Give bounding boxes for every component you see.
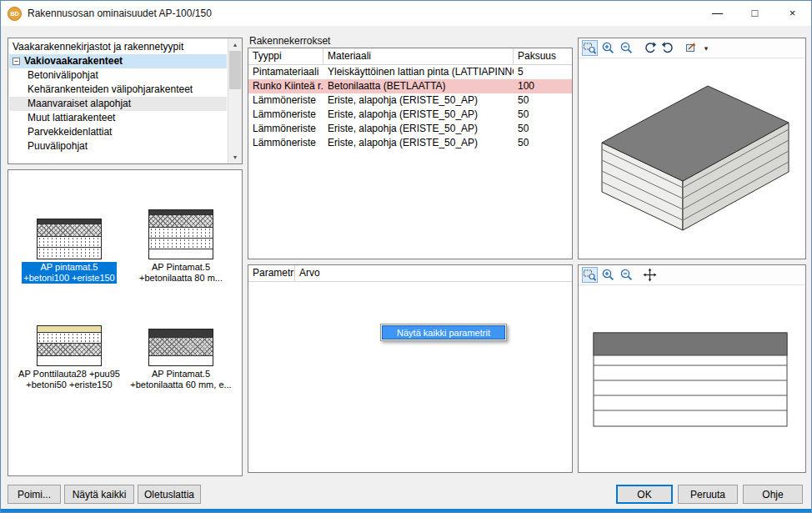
layer-thickness-cell: 50 (514, 136, 572, 150)
caption-line: +betoni100 +eriste150 (23, 273, 114, 284)
layer-material-cell: Betonilaatta (BETLAATTA) (323, 79, 514, 93)
window-controls: — □ × (699, 1, 811, 26)
caption-line: +betonilaatta 80 m... (139, 273, 223, 284)
thumbnail-caption: AP Ponttilauta28 +puu95 +betoni50 +erist… (17, 369, 122, 390)
parameters-table: Parametri Arvo Näytä kaikki parametrit (248, 264, 573, 473)
tree-item-keharankenteiden[interactable]: Kehärankenteiden välipohjarakenteet (9, 83, 227, 97)
layer-type-cell: Lämmöneriste (248, 136, 323, 150)
layer-row-highlighted[interactable]: Runko Kiinteä r... Betonilaatta (BETLAAT… (248, 79, 572, 93)
caption-line: AP Pintamat.5 (130, 369, 231, 380)
slab-section-drawing (579, 286, 805, 472)
view-options-icon[interactable] (684, 40, 699, 56)
layer-thickness-cell: 100 (514, 79, 572, 93)
thumbnail-caption: AP Pintamat.5 +betonilaatta 60 mm, e... (128, 369, 233, 390)
layer-row[interactable]: Lämmöneriste Eriste, alapohja (ERISTE_50… (248, 93, 572, 108)
preview-2d-panel (578, 264, 806, 473)
zoom-in-icon[interactable] (600, 40, 616, 56)
layer-row[interactable]: Lämmöneriste Eriste, alapohja (ERISTE_50… (248, 122, 572, 136)
column-header-arvo[interactable]: Arvo (295, 265, 572, 281)
thumbnail-caption: AP Pintamat.5 +betonilaatta 80 m... (138, 262, 224, 284)
preview-3d-canvas[interactable] (579, 59, 805, 259)
preview-3d-toolbar: ▾ (579, 38, 805, 58)
column-header-parametri[interactable]: Parametri (248, 265, 295, 281)
layer-material-cell: Yleiskäyttöinen lattian pinta (LATTIAPIN… (323, 65, 514, 79)
zoom-window-icon[interactable] (582, 267, 598, 283)
scroll-up-icon[interactable]: ▲ (228, 38, 242, 51)
zoom-window-icon[interactable] (582, 40, 598, 56)
scroll-down-icon[interactable]: ▼ (228, 151, 242, 163)
show-all-button[interactable]: Näytä kaikki (64, 485, 134, 504)
layer-type-cell: Runko Kiinteä r... (248, 79, 323, 93)
column-header-tyyppi[interactable]: Tyyppi (248, 48, 323, 64)
thumb-layer-insulation (149, 228, 213, 239)
layer-type-cell: Lämmöneriste (248, 108, 323, 122)
rotate-right-icon[interactable] (660, 40, 676, 56)
thumb-layer-void (149, 249, 213, 259)
zoom-out-icon[interactable] (619, 40, 634, 56)
tree-item-library-header[interactable]: Vaakarakennekirjastot ja rakennetyypit (9, 40, 227, 54)
zoom-out-icon[interactable] (619, 267, 634, 283)
pick-button[interactable]: Poimi... (8, 485, 61, 504)
ok-button[interactable]: OK (616, 485, 673, 504)
structure-thumbnail-ap-pintamat-betoni100[interactable]: AP pintamat.5 +betoni100 +eriste150 (13, 177, 125, 284)
caption-line: +betonilaatta 60 mm, e... (130, 380, 231, 390)
layer-type-cell: Pintamateriaali (248, 65, 323, 79)
thumb-layer-wood (38, 326, 101, 333)
layer-type-cell: Lämmöneriste (248, 93, 323, 108)
pan-icon[interactable] (642, 267, 658, 283)
tree-item-muut-lattiarakenteet[interactable]: Muut lattiarakenteet (9, 111, 227, 125)
structure-thumbnail-ap-pintamat-betonilaatta60[interactable]: AP Pintamat.5 +betonilaatta 60 mm, e... (125, 284, 237, 390)
column-header-materiaali[interactable]: Materiaali (323, 48, 514, 64)
layer-row[interactable]: Lämmöneriste Eriste, alapohja (ERISTE_50… (248, 136, 572, 150)
column-header-paksuus[interactable]: Paksuus (514, 48, 572, 64)
thumbnail-grid: AP pintamat.5 +betoni100 +eriste150 AP P… (8, 170, 242, 397)
caption-line: AP Ponttilauta28 +puu95 (18, 369, 120, 380)
structure-layers-table: Tyyppi Materiaali Paksuus Pintamateriaal… (248, 48, 573, 259)
layer-material-cell: Eriste, alapohja (ERISTE_50_AP) (323, 122, 514, 136)
structure-thumbnail-image (148, 329, 213, 366)
cancel-button[interactable]: Peruuta (678, 485, 738, 504)
caption-line: +betoni50 +eriste150 (18, 380, 120, 390)
structure-thumbnail-image (37, 325, 102, 366)
rotate-left-icon[interactable] (642, 40, 658, 56)
tree-item-vakiovaakarakenteet[interactable]: −Vakiovaakarakenteet (9, 54, 227, 68)
tree-item-puuvalipohjat[interactable]: Puuvälipohjat (9, 139, 227, 153)
titlebar[interactable]: BD Rakennusosan ominaisuudet AP-100/150 … (1, 1, 811, 26)
default-floor-button[interactable]: Oletuslattia (138, 485, 201, 504)
help-button[interactable]: Ohje (743, 485, 803, 504)
close-icon[interactable]: × (774, 1, 811, 26)
chevron-down-icon[interactable]: ▾ (702, 44, 710, 53)
preview-3d-panel: ▾ (578, 38, 806, 259)
maximize-icon[interactable]: □ (736, 1, 774, 26)
structure-thumbnail-image (148, 209, 213, 259)
structure-thumbnail-ap-ponttilauta[interactable]: AP Ponttilauta28 +puu95 +betoni50 +erist… (13, 284, 125, 390)
preview-2d-canvas[interactable] (579, 286, 805, 472)
structure-thumbnail-ap-pintamat-betonilaatta80[interactable]: AP Pintamat.5 +betonilaatta 80 m... (125, 177, 237, 284)
thumb-layer-surface (149, 329, 213, 338)
thumb-layer-insulation (149, 239, 213, 249)
tree-item-maanvaraiset-alapohjat[interactable]: Maanvaraiset alapohjat (9, 97, 227, 111)
slab-3d-drawing (579, 59, 805, 259)
zoom-in-icon[interactable] (600, 267, 616, 283)
context-menu-item-show-all-parameters[interactable]: Näytä kaikki parametrit (382, 325, 505, 339)
tree-rows: Vaakarakennekirjastot ja rakennetyypit −… (9, 40, 227, 153)
layer-row[interactable]: Lämmöneriste Eriste, alapohja (ERISTE_50… (248, 108, 572, 122)
tree-scrollbar[interactable]: ▲ ▼ (228, 38, 242, 163)
preview-2d-toolbar (579, 265, 805, 285)
thumb-layer-concrete (149, 338, 213, 356)
thumb-layer-void (38, 356, 101, 365)
layer-row[interactable]: Pintamateriaali Yleiskäyttöinen lattian … (248, 65, 572, 79)
layer-thickness-cell: 50 (514, 122, 572, 136)
tree-item-parvekkeidenlattiat[interactable]: Parvekkeidenlattiat (9, 125, 227, 139)
thumb-layer-insulation (38, 237, 101, 248)
minimize-icon[interactable]: — (699, 1, 736, 26)
layer-thickness-cell: 50 (514, 108, 572, 122)
collapse-icon[interactable]: − (13, 58, 20, 65)
layers-table-header: Tyyppi Materiaali Paksuus (248, 48, 572, 65)
caption-line: AP Pintamat.5 (139, 262, 223, 273)
layer-material-cell: Eriste, alapohja (ERISTE_50_AP) (323, 136, 514, 150)
app-icon: BD (8, 7, 22, 21)
parameters-table-header: Parametri Arvo (248, 265, 572, 282)
tree-item-betonivalipohjat[interactable]: Betonivälipohjat (9, 68, 227, 83)
scrollbar-thumb[interactable] (229, 51, 241, 89)
